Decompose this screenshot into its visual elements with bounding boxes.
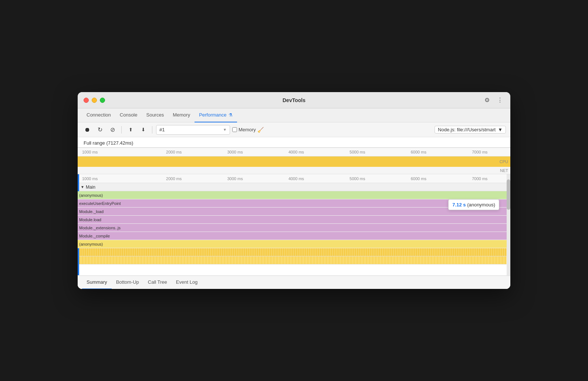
node-selector[interactable]: Node.js: file:///Users/stmart ▼ — [435, 126, 506, 134]
flame-row-4[interactable]: Module._extensions..js — [78, 224, 510, 232]
time-marks-top: 1000 ms 2000 ms 3000 ms 4000 ms 5000 ms … — [81, 150, 510, 154]
flame-chart-wrapper: 1000 ms 2000 ms 3000 ms 4000 ms 5000 ms … — [78, 174, 510, 276]
tab-connection[interactable]: Connection — [82, 108, 115, 122]
timeline-area: 1000 ms 2000 ms 3000 ms 4000 ms 5000 ms … — [78, 148, 510, 174]
section-header-main[interactable]: ▼ Main — [78, 183, 510, 191]
flame-row-0[interactable]: (anonymous) — [78, 191, 510, 199]
flame-mark-5000: 5000 ms — [327, 176, 388, 181]
flame-bar-anonymous-1: (anonymous) — [78, 191, 509, 199]
divider-2 — [152, 126, 152, 134]
tab-performance[interactable]: Performance ⚗ — [195, 108, 237, 122]
flame-bar-module-load: Module._load — [78, 208, 509, 215]
dropdown-arrow-icon: ▼ — [223, 128, 227, 132]
tab-console[interactable]: Console — [115, 108, 142, 122]
action-bar: ⏺ ↻ ⊘ ⬆ ⬇ ▼ Memory 🧹 Node.js: file:///Us… — [78, 122, 510, 137]
dense-yellow-2 — [78, 256, 510, 264]
memory-check: Memory 🧹 — [232, 127, 264, 133]
flame-chart-area[interactable]: 1000 ms 2000 ms 3000 ms 4000 ms 5000 ms … — [78, 174, 510, 276]
node-target-label: Node.js: file:///Users/stmart — [438, 127, 496, 132]
record-button[interactable]: ⏺ — [82, 125, 92, 135]
time-ruler-top: 1000 ms 2000 ms 3000 ms 4000 ms 5000 ms … — [78, 148, 510, 156]
flame-bar-module-load2: Module.load — [78, 216, 509, 223]
clear-button[interactable]: ⊘ — [107, 125, 118, 135]
window-title: DevTools — [283, 97, 305, 103]
flame-row-1[interactable]: executeUserEntryPoint 7.12 s (anonymous) — [78, 199, 510, 208]
flame-time-marks: 1000 ms 2000 ms 3000 ms 4000 ms 5000 ms … — [81, 176, 510, 181]
time-mark-7000: 7000 ms — [449, 150, 510, 154]
time-mark-1000: 1000 ms — [81, 150, 143, 154]
flame-mark-6000: 6000 ms — [388, 176, 449, 181]
section-toggle-icon[interactable]: ▼ — [81, 185, 84, 189]
minimize-button[interactable] — [92, 98, 97, 103]
tooltip: 7.12 s (anonymous) — [448, 199, 499, 210]
flame-mark-4000: 4000 ms — [266, 176, 327, 181]
net-bar: NET — [78, 167, 510, 174]
time-mark-5000: 5000 ms — [327, 150, 388, 154]
titlebar-actions: ⚙ ⋮ — [483, 95, 504, 105]
clear-icon: ⊘ — [110, 126, 115, 133]
bottom-tabs: Summary Bottom-Up Call Tree Event Log — [78, 276, 510, 289]
main-content: Full range (7127.42ms) 1000 ms 2000 ms 3… — [78, 137, 510, 289]
devtools-window: DevTools ⚙ ⋮ Connection Console Sources … — [78, 92, 510, 289]
tooltip-function: (anonymous) — [467, 202, 495, 208]
time-mark-4000: 4000 ms — [266, 150, 327, 154]
settings-button[interactable]: ⚙ — [483, 95, 491, 105]
tab-summary[interactable]: Summary — [82, 276, 112, 289]
reload-icon: ↻ — [98, 126, 102, 133]
cpu-bar[interactable]: CPU — [78, 156, 510, 167]
range-label: Full range (7127.42ms) — [84, 140, 133, 146]
nav-tabs: Connection Console Sources Memory Perfor… — [78, 108, 510, 122]
divider-1 — [121, 126, 122, 134]
time-mark-3000: 3000 ms — [205, 150, 266, 154]
flame-time-ruler: 1000 ms 2000 ms 3000 ms 4000 ms 5000 ms … — [78, 174, 510, 183]
flame-row-3[interactable]: Module.load — [78, 216, 510, 224]
filter-input-wrap[interactable]: ▼ — [156, 125, 230, 135]
net-label: NET — [500, 168, 508, 173]
close-button[interactable] — [84, 98, 89, 103]
flame-bar-module-compile: Module._compile — [78, 232, 509, 240]
flame-bar-execute: executeUserEntryPoint — [78, 199, 509, 207]
dense-yellow-1 — [78, 248, 510, 256]
range-header: Full range (7127.42ms) — [78, 137, 510, 148]
section-label: Main — [86, 185, 95, 190]
titlebar: DevTools ⚙ ⋮ — [78, 92, 510, 108]
flame-mark-7000: 7000 ms — [449, 176, 510, 181]
memory-label: Memory — [239, 127, 256, 132]
tab-memory[interactable]: Memory — [168, 108, 195, 122]
tooltip-time: 7.12 s — [452, 202, 466, 208]
tab-event-log[interactable]: Event Log — [172, 276, 202, 289]
download-button[interactable]: ⬇ — [138, 125, 148, 135]
reload-button[interactable]: ↻ — [95, 125, 105, 135]
time-mark-6000: 6000 ms — [388, 150, 449, 154]
time-mark-2000: 2000 ms — [143, 150, 204, 154]
traffic-lights — [84, 98, 105, 103]
tab-sources[interactable]: Sources — [142, 108, 168, 122]
node-dropdown-arrow-icon: ▼ — [498, 127, 503, 132]
more-button[interactable]: ⋮ — [496, 95, 504, 105]
flame-mark-1000: 1000 ms — [81, 176, 143, 181]
broom-icon: 🧹 — [257, 127, 264, 133]
flame-mark-2000: 2000 ms — [143, 176, 204, 181]
tab-bottom-up[interactable]: Bottom-Up — [112, 276, 143, 289]
upload-button[interactable]: ⬆ — [125, 125, 136, 135]
flame-row-5[interactable]: Module._compile — [78, 232, 510, 240]
record-icon: ⏺ — [84, 127, 90, 133]
scrollbar-track[interactable] — [507, 174, 510, 276]
upload-icon: ⬆ — [129, 127, 133, 132]
flame-row-2[interactable]: Module._load — [78, 208, 510, 216]
download-icon: ⬇ — [141, 127, 145, 132]
flame-bar-module-ext: Module._extensions..js — [78, 224, 509, 232]
memory-checkbox[interactable] — [232, 127, 237, 132]
flame-row-empty — [78, 264, 510, 276]
flask-icon: ⚗ — [229, 112, 233, 118]
flame-bar-anon-yellow: (anonymous) — [78, 240, 509, 248]
filter-input[interactable] — [159, 127, 222, 132]
maximize-button[interactable] — [100, 98, 105, 103]
scrollbar-thumb[interactable] — [507, 179, 510, 210]
cpu-label: CPU — [500, 159, 508, 164]
flame-mark-3000: 3000 ms — [205, 176, 266, 181]
flame-row-6[interactable]: (anonymous) — [78, 240, 510, 248]
tab-call-tree[interactable]: Call Tree — [143, 276, 172, 289]
